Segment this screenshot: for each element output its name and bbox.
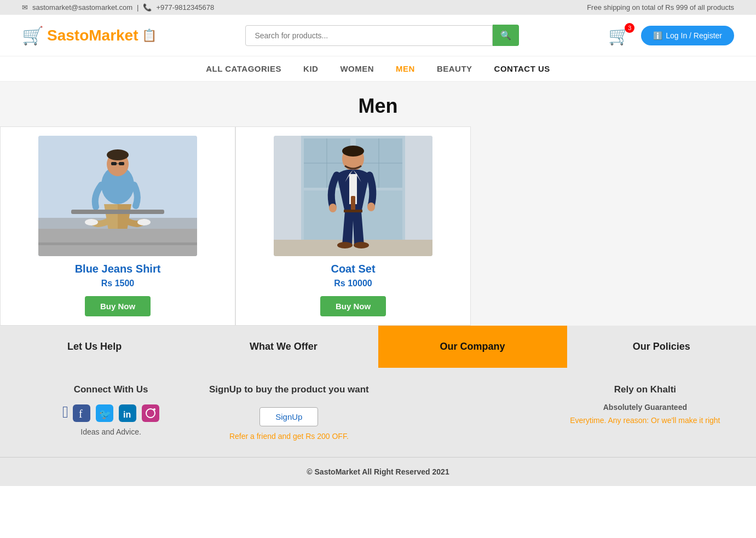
product-image-blue-jeans-shirt bbox=[38, 136, 197, 256]
logo-cart-icon: 🛒 bbox=[22, 25, 44, 46]
search-input[interactable] bbox=[245, 25, 493, 46]
men-section: Men bbox=[0, 82, 756, 326]
header-right: 🛒 3 ℹ️ Log In / Register bbox=[608, 25, 734, 46]
footer-col-our-policies[interactable]: Our Policies bbox=[567, 326, 756, 368]
signup-button[interactable]: SignUp bbox=[259, 407, 318, 426]
svg-rect-6 bbox=[119, 162, 124, 165]
product-name-coat-set: Coat Set bbox=[331, 263, 375, 275]
top-bar: ✉ sastomarket@sastomarket.com | 📞 +977-9… bbox=[0, 0, 756, 15]
login-label: Log In / Register bbox=[666, 31, 722, 40]
login-register-button[interactable]: ℹ️ Log In / Register bbox=[641, 26, 734, 45]
svg-rect-12 bbox=[38, 242, 197, 245]
svg-text:🐦: 🐦 bbox=[99, 408, 112, 420]
nav-women[interactable]: WOMEN bbox=[340, 64, 374, 73]
facebook-icon[interactable]:  f bbox=[62, 403, 90, 422]
svg-rect-23 bbox=[274, 240, 432, 256]
buy-button-coat-set[interactable]: Buy Now bbox=[320, 296, 386, 316]
header: 🛒 SastoMarket 📋 🔍 🛒 3 ℹ️ Log In / Regist… bbox=[0, 15, 756, 56]
footer-section-policies: Rely on Khalti Absolutely Guaranteed Eve… bbox=[556, 384, 734, 425]
search-icon: 🔍 bbox=[500, 31, 511, 40]
connect-tagline: Ideas and Advice. bbox=[22, 427, 200, 436]
footer-bottom: © SastoMarket All Right Reserved 2021 bbox=[0, 457, 756, 486]
separator: | bbox=[137, 3, 138, 11]
offer-title: SignUp to buy the product you want bbox=[200, 384, 378, 395]
nav-beauty[interactable]: BEAUTY bbox=[437, 64, 472, 73]
footer-top: Let Us Help What We Offer Our Company Ou… bbox=[0, 326, 756, 368]
product-name-blue-jeans-shirt: Blue Jeans Shirt bbox=[75, 263, 161, 275]
search-button[interactable]: 🔍 bbox=[493, 25, 519, 46]
logo-tag-icon: 📋 bbox=[142, 28, 157, 43]
nav-all-catagories[interactable]: ALL CATAGORIES bbox=[206, 64, 281, 73]
svg-rect-5 bbox=[111, 162, 117, 165]
refer-text: Refer a friend and get Rs 200 OFF. bbox=[200, 432, 378, 441]
footer-col-what-we-offer[interactable]: What We Offer bbox=[189, 326, 378, 368]
top-bar-left: ✉ sastomarket@sastomarket.com | 📞 +977-9… bbox=[22, 3, 214, 11]
logo[interactable]: 🛒 SastoMarket 📋 bbox=[22, 25, 157, 46]
svg-point-25 bbox=[342, 146, 364, 157]
footer-content: Connect With Us  f 🐦 in Ideas and Advic… bbox=[0, 368, 756, 457]
svg-point-4 bbox=[107, 149, 129, 160]
svg-text:f: f bbox=[79, 408, 83, 420]
phone-icon: 📞 bbox=[143, 3, 152, 11]
product-price-coat-set: Rs 10000 bbox=[334, 279, 372, 288]
svg-rect-8 bbox=[71, 210, 164, 214]
info-icon: ℹ️ bbox=[653, 31, 662, 40]
social-icons:  f 🐦 in bbox=[22, 403, 200, 422]
product-card-blue-jeans-shirt: Blue Jeans Shirt Rs 1500 Buy Now bbox=[0, 126, 235, 326]
products-grid: Blue Jeans Shirt Rs 1500 Buy Now bbox=[0, 126, 756, 326]
page-title: Men bbox=[0, 82, 756, 126]
logo-text: SastoMarket bbox=[47, 27, 138, 44]
svg-rect-32 bbox=[344, 210, 362, 212]
linkedin-icon[interactable]: in bbox=[119, 403, 136, 422]
product-card-coat-set: Coat Set Rs 10000 Buy Now bbox=[235, 126, 471, 326]
svg-point-30 bbox=[337, 242, 353, 248]
svg-point-41 bbox=[153, 408, 155, 410]
instagram-icon[interactable] bbox=[142, 403, 159, 422]
twitter-icon[interactable]: 🐦 bbox=[96, 403, 113, 422]
search-area: 🔍 bbox=[245, 25, 519, 46]
footer-section-connect: Connect With Us  f 🐦 in Ideas and Advic… bbox=[22, 384, 200, 436]
buy-button-blue-jeans-shirt[interactable]: Buy Now bbox=[85, 296, 151, 316]
shipping-notice: Free shipping on total of Rs 999 of all … bbox=[587, 3, 734, 11]
svg-point-29 bbox=[367, 203, 375, 211]
main-nav: ALL CATAGORIES KID WOMEN MEN BEAUTY CONT… bbox=[0, 56, 756, 82]
svg-text:in: in bbox=[123, 410, 131, 419]
policies-title: Rely on Khalti bbox=[556, 384, 734, 395]
email-icon: ✉ bbox=[22, 3, 28, 11]
svg-point-10 bbox=[137, 219, 151, 225]
cart-icon[interactable]: 🛒 3 bbox=[608, 25, 630, 46]
footer-col-our-company[interactable]: Our Company bbox=[378, 326, 567, 368]
svg-point-9 bbox=[85, 219, 98, 225]
cart-badge: 3 bbox=[625, 23, 634, 33]
everytime-text: Everytime. Any reason: Or we'll make it … bbox=[556, 416, 734, 425]
footer-section-offer: SignUp to buy the product you want SignU… bbox=[200, 384, 378, 441]
nav-men[interactable]: MEN bbox=[396, 64, 415, 73]
contact-email: sastomarket@sastomarket.com bbox=[32, 3, 132, 11]
footer-col-let-us-help[interactable]: Let Us Help bbox=[0, 326, 189, 368]
copyright-text: © SastoMarket All Right Reserved 2021 bbox=[307, 467, 449, 476]
svg-point-28 bbox=[329, 204, 337, 212]
guaranteed-text: Absolutely Guaranteed bbox=[556, 403, 734, 412]
nav-kid[interactable]: KID bbox=[303, 64, 318, 73]
refer-text-content: Refer a friend and get Rs 200 OFF. bbox=[229, 432, 349, 441]
connect-title: Connect With Us bbox=[22, 384, 200, 395]
product-image-coat-set bbox=[274, 136, 432, 256]
svg-rect-39 bbox=[142, 404, 159, 422]
nav-contact-us[interactable]: CONTACT US bbox=[494, 64, 550, 73]
svg-point-31 bbox=[354, 242, 369, 248]
contact-phone: +977-9812345678 bbox=[156, 3, 214, 11]
product-price-blue-jeans-shirt: Rs 1500 bbox=[101, 279, 135, 288]
